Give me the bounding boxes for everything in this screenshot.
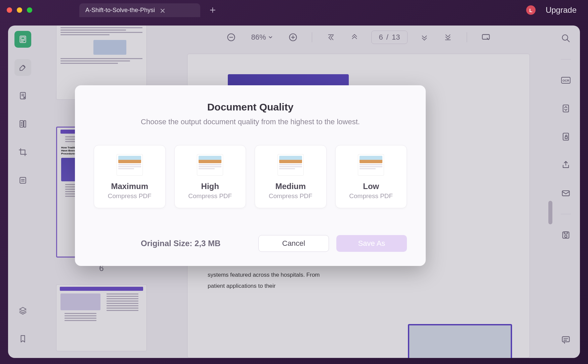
tab-title: A-Shift-to-Solve-the-Physi <box>85 7 155 14</box>
cancel-button[interactable]: Cancel <box>258 235 329 252</box>
original-size-label: Original Size: 2,3 MB <box>141 239 220 248</box>
option-name: Maximum <box>97 182 162 191</box>
quality-option-high[interactable]: High Compress PDF <box>174 145 246 208</box>
option-desc: Compress PDF <box>258 192 323 200</box>
document-tab[interactable]: A-Shift-to-Solve-the-Physi <box>79 3 200 17</box>
avatar-letter: L <box>529 7 532 13</box>
quality-option-low[interactable]: Low Compress PDF <box>335 145 407 208</box>
option-desc: Compress PDF <box>97 192 162 200</box>
upgrade-button[interactable]: Upgrade <box>541 3 581 17</box>
quality-option-medium[interactable]: Medium Compress PDF <box>255 145 327 208</box>
close-tab-icon[interactable] <box>160 8 165 12</box>
document-quality-dialog: Document Quality Choose the output docum… <box>75 85 426 266</box>
quality-options: Maximum Compress PDF High Compress PDF M… <box>94 145 407 208</box>
title-bar: A-Shift-to-Solve-the-Physi L Upgrade <box>0 0 588 20</box>
option-desc: Compress PDF <box>178 192 243 200</box>
dialog-title: Document Quality <box>94 101 407 113</box>
close-window-button[interactable] <box>7 7 12 13</box>
dialog-footer: Original Size: 2,3 MB Cancel Save As <box>94 235 407 252</box>
quality-option-maximum[interactable]: Maximum Compress PDF <box>94 145 166 208</box>
preview-icon <box>358 154 384 176</box>
minimize-window-button[interactable] <box>17 7 22 13</box>
app-panel: 02 Old-Fashioned Healthcare Institutions… <box>8 26 580 358</box>
maximize-window-button[interactable] <box>27 7 32 13</box>
preview-icon <box>278 154 304 176</box>
preview-icon <box>117 154 143 176</box>
preview-icon <box>197 154 223 176</box>
option-name: Low <box>339 182 404 191</box>
dialog-subtitle: Choose the output document quality from … <box>94 118 407 126</box>
option-name: Medium <box>258 182 323 191</box>
save-as-button[interactable]: Save As <box>336 235 407 252</box>
new-tab-button[interactable] <box>207 4 218 16</box>
window-controls <box>7 7 32 13</box>
option-name: High <box>178 182 243 191</box>
modal-overlay[interactable]: Document Quality Choose the output docum… <box>8 26 580 358</box>
option-desc: Compress PDF <box>339 192 404 200</box>
avatar[interactable]: L <box>526 5 536 15</box>
